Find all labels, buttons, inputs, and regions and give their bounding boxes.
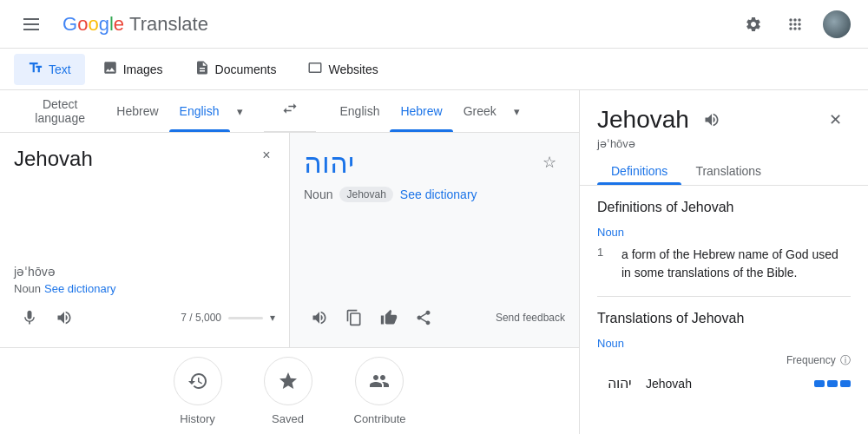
close-dict-button[interactable]: ✕ bbox=[819, 104, 851, 135]
source-phonetic: jəˈhōvə bbox=[14, 265, 275, 279]
account-button[interactable] bbox=[819, 7, 854, 42]
char-progress-bar bbox=[228, 317, 263, 319]
target-pos: Noun bbox=[304, 187, 332, 201]
apps-button[interactable] bbox=[778, 7, 812, 42]
translations-title: Translations of Jehovah bbox=[597, 311, 851, 326]
definitions-title: Definitions of Jehovah bbox=[597, 200, 851, 215]
dict-title-row: Jehovah bbox=[597, 104, 727, 135]
source-text: Jehovah bbox=[14, 147, 275, 261]
swap-section bbox=[264, 90, 316, 132]
contribute-label: Contribute bbox=[354, 412, 406, 425]
saved-button[interactable]: Saved bbox=[264, 357, 312, 425]
history-icon bbox=[187, 371, 208, 391]
target-audio-button[interactable] bbox=[304, 302, 335, 333]
swap-languages-button[interactable] bbox=[271, 90, 309, 131]
source-mic-button[interactable] bbox=[14, 302, 45, 333]
target-text: יהוה bbox=[304, 147, 354, 180]
font-size-button[interactable]: ▾ bbox=[270, 312, 275, 324]
share-button[interactable] bbox=[408, 302, 439, 333]
dict-phonetic: jəˈhōvə bbox=[597, 137, 727, 150]
copy-button[interactable] bbox=[339, 302, 370, 333]
source-lang-detect[interactable]: Detect language bbox=[14, 90, 106, 132]
main-area: Detect language Hebrew English ▾ En bbox=[0, 90, 868, 434]
target-actions bbox=[304, 302, 439, 333]
trans-english: Jehovah bbox=[646, 377, 800, 391]
source-actions bbox=[14, 302, 80, 333]
swap-icon bbox=[281, 100, 299, 117]
hamburger-icon bbox=[23, 18, 39, 30]
target-word-badge: Jehovah bbox=[339, 187, 392, 202]
contribute-icon-circle bbox=[355, 357, 404, 405]
source-see-dictionary[interactable]: See dictionary bbox=[44, 282, 115, 295]
definition-row-1: 1 a form of the Hebrew name of God used … bbox=[597, 246, 851, 282]
bottom-actions: History Saved Contribute bbox=[0, 347, 579, 434]
dict-audio-button[interactable] bbox=[696, 104, 727, 135]
source-audio-button[interactable] bbox=[49, 302, 80, 333]
text-areas: Jehovah × jəˈhōvə Noun See dictionary bbox=[0, 133, 579, 347]
tab-bar: Text Images Documents Websites bbox=[0, 49, 868, 90]
tab-images-icon bbox=[102, 60, 118, 78]
freq-dot-3 bbox=[840, 380, 851, 387]
tab-images[interactable]: Images bbox=[89, 54, 177, 85]
target-lang-more[interactable]: ▾ bbox=[507, 90, 527, 132]
menu-button[interactable] bbox=[14, 7, 49, 42]
save-translation-button[interactable]: ☆ bbox=[534, 147, 565, 178]
contribute-button[interactable]: Contribute bbox=[354, 357, 406, 425]
target-text-section: יהוה bbox=[304, 147, 354, 180]
dict-content: Definitions of Jehovah Noun 1 a form of … bbox=[580, 186, 868, 434]
settings-icon bbox=[745, 16, 762, 33]
target-lang-hebrew[interactable]: Hebrew bbox=[390, 90, 452, 132]
tab-text[interactable]: Text bbox=[14, 54, 85, 85]
trans-hebrew: יהוה bbox=[597, 375, 632, 391]
target-dict-row: Noun Jehovah See dictionary bbox=[304, 187, 565, 202]
volume-icon-target bbox=[311, 309, 328, 326]
dict-volume-icon bbox=[703, 111, 720, 128]
tab-documents-label: Documents bbox=[215, 62, 277, 76]
freq-dot-1 bbox=[814, 380, 825, 387]
nav-icons bbox=[736, 7, 854, 42]
tab-websites[interactable]: Websites bbox=[293, 54, 391, 85]
dict-divider bbox=[597, 296, 851, 297]
thumbs-up-icon bbox=[380, 309, 398, 326]
tab-text-label: Text bbox=[49, 62, 71, 76]
source-lang-more[interactable]: ▾ bbox=[230, 90, 250, 132]
tab-translations[interactable]: Translations bbox=[681, 157, 775, 185]
target-area: יהוה ☆ Noun Jehovah See dictionary bbox=[290, 133, 579, 347]
tab-definitions[interactable]: Definitions bbox=[597, 157, 681, 185]
clear-button[interactable]: × bbox=[254, 143, 279, 168]
target-lang-greek[interactable]: Greek bbox=[453, 90, 507, 132]
source-footer: 7 / 5,000 ▾ bbox=[14, 302, 275, 333]
tab-documents[interactable]: Documents bbox=[181, 54, 291, 85]
apps-icon bbox=[786, 16, 804, 33]
dict-word: Jehovah bbox=[597, 106, 689, 134]
freq-dot-2 bbox=[827, 380, 838, 387]
target-lang-selector: English Hebrew Greek ▾ bbox=[316, 90, 580, 132]
top-nav: Google Translate bbox=[0, 0, 868, 49]
dict-header: Jehovah jəˈhōvə ✕ bbox=[580, 90, 868, 150]
char-count: 7 / 5,000 ▾ bbox=[181, 312, 275, 324]
history-label: History bbox=[180, 412, 214, 425]
target-lang-english[interactable]: English bbox=[330, 90, 391, 132]
target-header: יהוה ☆ bbox=[304, 147, 565, 180]
source-lang-english[interactable]: English bbox=[169, 90, 230, 132]
right-panel: Jehovah jəˈhōvə ✕ Definitions Translatio… bbox=[580, 90, 868, 434]
pos-label: Noun bbox=[597, 226, 851, 239]
share-icon bbox=[415, 309, 432, 326]
history-button[interactable]: History bbox=[174, 357, 222, 425]
frequency-label: Frequency ⓘ bbox=[786, 353, 851, 368]
settings-button[interactable] bbox=[736, 7, 771, 42]
tab-images-label: Images bbox=[123, 62, 163, 76]
thumbs-up-button[interactable] bbox=[373, 302, 404, 333]
source-dict-link-row: Noun See dictionary bbox=[14, 282, 275, 295]
dict-title-section: Jehovah jəˈhōvə bbox=[597, 104, 727, 150]
saved-label: Saved bbox=[272, 412, 304, 425]
frequency-dots bbox=[814, 380, 851, 387]
feedback-text: Send feedback bbox=[496, 312, 565, 324]
avatar bbox=[823, 10, 851, 38]
target-footer: Send feedback bbox=[304, 302, 565, 333]
target-see-dictionary[interactable]: See dictionary bbox=[400, 187, 477, 201]
source-lang-selector: Detect language Hebrew English ▾ bbox=[0, 90, 264, 132]
saved-icon bbox=[278, 371, 299, 391]
language-selectors-row: Detect language Hebrew English ▾ En bbox=[0, 90, 579, 133]
source-lang-hebrew[interactable]: Hebrew bbox=[106, 90, 168, 132]
